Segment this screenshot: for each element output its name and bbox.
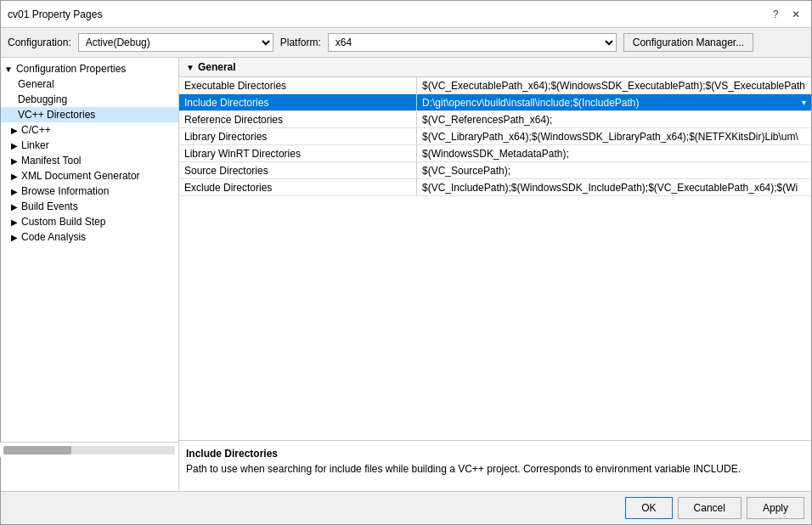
sidebar-debugging-label: Debugging xyxy=(18,93,67,105)
info-panel-title: Include Directories xyxy=(186,448,804,460)
prop-value-exclude-dirs: $(VC_IncludePath);$(WindowsSDK_IncludePa… xyxy=(417,179,811,195)
table-row[interactable]: Reference Directories $(VC_ReferencesPat… xyxy=(179,111,811,128)
window-title: cv01 Property Pages xyxy=(8,8,102,20)
sidebar-root[interactable]: ▼ Configuration Properties xyxy=(1,61,178,76)
prop-value-library-winrt-dirs: $(WindowsSDK_MetadataPath); xyxy=(417,145,811,161)
title-bar: cv01 Property Pages ? ✕ xyxy=(1,1,811,28)
sidebar-custom-label: Custom Build Step xyxy=(21,216,105,228)
root-expand-icon: ▼ xyxy=(4,65,13,74)
prop-value-include-dirs: D:\git\opencv\build\install\include;$(In… xyxy=(417,94,811,110)
sidebar-root-label: Configuration Properties xyxy=(16,63,126,75)
build-expand-icon: ▶ xyxy=(11,202,18,212)
cc-expand-icon: ▶ xyxy=(11,126,18,135)
sidebar-linker-label: Linker xyxy=(21,139,49,151)
table-row[interactable]: Library Directories $(VC_LibraryPath_x64… xyxy=(179,128,811,145)
sidebar-item-vcpp-directories[interactable]: VC++ Directories xyxy=(1,107,178,122)
table-row[interactable]: Exclude Directories $(VC_IncludePath);$(… xyxy=(179,179,811,196)
properties-table: Executable Directories $(VC_ExecutablePa… xyxy=(179,77,811,440)
prop-name-library-dirs: Library Directories xyxy=(179,128,417,144)
cancel-button[interactable]: Cancel xyxy=(678,497,742,519)
config-select[interactable]: Active(Debug) xyxy=(78,33,273,52)
property-pages-window: cv01 Property Pages ? ✕ Configuration: A… xyxy=(0,0,812,525)
platform-select[interactable]: x64 xyxy=(328,33,617,52)
manifest-expand-icon: ▶ xyxy=(11,156,18,166)
close-button[interactable]: ✕ xyxy=(787,6,804,23)
prop-name-include-dirs: Include Directories xyxy=(179,94,417,110)
prop-name-library-winrt-dirs: Library WinRT Directories xyxy=(179,145,417,161)
sidebar-item-manifest-tool[interactable]: ▶ Manifest Tool xyxy=(1,153,178,168)
prop-name-reference-dirs: Reference Directories xyxy=(179,111,417,127)
sidebar-scrollbar[interactable] xyxy=(0,442,178,457)
table-row[interactable]: Library WinRT Directories $(WindowsSDK_M… xyxy=(179,145,811,162)
sidebar-manifest-label: Manifest Tool xyxy=(21,155,81,167)
sidebar-xml-label: XML Document Generator xyxy=(21,170,140,182)
sidebar-general-label: General xyxy=(18,78,54,90)
sidebar-item-build-events[interactable]: ▶ Build Events xyxy=(1,199,178,214)
prop-value-reference-dirs: $(VC_ReferencesPath_x64); xyxy=(417,111,811,127)
linker-expand-icon: ▶ xyxy=(11,141,18,150)
prop-name-exclude-dirs: Exclude Directories xyxy=(179,179,417,195)
sidebar-item-linker[interactable]: ▶ Linker xyxy=(1,138,178,153)
sidebar-cc-label: C/C++ xyxy=(21,124,51,136)
dropdown-arrow-icon[interactable]: ▾ xyxy=(802,98,806,107)
sidebar-vcpp-label: VC++ Directories xyxy=(18,109,95,121)
sidebar: ▼ Configuration Properties General Debug… xyxy=(1,58,179,491)
sidebar-item-code-analysis[interactable]: ▶ Code Analysis xyxy=(1,229,178,245)
sidebar-item-general[interactable]: General xyxy=(1,76,178,92)
xml-expand-icon: ▶ xyxy=(11,172,18,181)
properties-group-header: ▼ General xyxy=(179,58,811,77)
table-row[interactable]: Executable Directories $(VC_ExecutablePa… xyxy=(179,77,811,94)
table-row[interactable]: Source Directories $(VC_SourcePath); xyxy=(179,162,811,179)
browse-expand-icon: ▶ xyxy=(11,187,18,196)
right-panel: ▼ General Executable Directories $(VC_Ex… xyxy=(179,58,811,491)
info-panel: Include Directories Path to use when sea… xyxy=(179,440,811,491)
prop-name-source-dirs: Source Directories xyxy=(179,162,417,178)
sidebar-build-label: Build Events xyxy=(21,200,78,212)
bottom-bar: OK Cancel Apply xyxy=(1,491,811,524)
prop-name-executable-dirs: Executable Directories xyxy=(179,77,417,93)
config-manager-button[interactable]: Configuration Manager... xyxy=(623,33,753,52)
sidebar-item-custom-build-step[interactable]: ▶ Custom Build Step xyxy=(1,214,178,229)
title-bar-controls: ? ✕ xyxy=(767,6,804,23)
sidebar-browse-label: Browse Information xyxy=(21,185,109,197)
sidebar-item-xml-document-generator[interactable]: ▶ XML Document Generator xyxy=(1,168,178,183)
main-content: ▼ Configuration Properties General Debug… xyxy=(1,58,811,491)
expand-arrow-icon: ▼ xyxy=(186,63,195,72)
apply-button[interactable]: Apply xyxy=(747,497,804,519)
ok-button[interactable]: OK xyxy=(625,497,672,519)
help-button[interactable]: ? xyxy=(767,6,784,23)
config-label: Configuration: xyxy=(8,37,71,48)
sidebar-item-cc[interactable]: ▶ C/C++ xyxy=(1,122,178,138)
sidebar-item-debugging[interactable]: Debugging xyxy=(1,92,178,107)
prop-value-source-dirs: $(VC_SourcePath); xyxy=(417,162,811,178)
prop-value-library-dirs: $(VC_LibraryPath_x64);$(WindowsSDK_Libra… xyxy=(417,128,811,144)
platform-label: Platform: xyxy=(280,37,321,48)
sidebar-item-browse-information[interactable]: ▶ Browse Information xyxy=(1,183,178,199)
table-row-include-dirs[interactable]: Include Directories D:\git\opencv\build\… xyxy=(179,94,811,111)
toolbar: Configuration: Active(Debug) Platform: x… xyxy=(1,28,811,58)
info-panel-text: Path to use when searching for include f… xyxy=(186,463,804,475)
code-expand-icon: ▶ xyxy=(11,233,18,242)
custom-expand-icon: ▶ xyxy=(11,217,18,227)
sidebar-code-label: Code Analysis xyxy=(21,231,86,243)
group-label: General xyxy=(198,61,236,73)
prop-value-executable-dirs: $(VC_ExecutablePath_x64);$(WindowsSDK_Ex… xyxy=(417,77,811,93)
